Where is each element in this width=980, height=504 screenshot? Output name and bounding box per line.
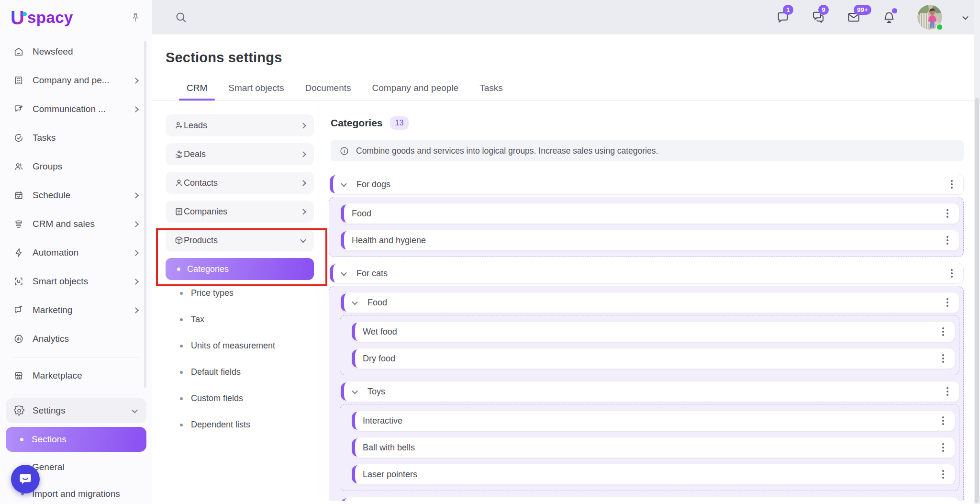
chevron-down-icon[interactable] [341, 180, 347, 187]
chevron-right-icon [133, 221, 139, 227]
kebab-menu-icon[interactable] [938, 441, 948, 454]
nav-button-products[interactable]: Products [166, 229, 314, 251]
pin-icon[interactable] [130, 12, 141, 23]
sidebar-scrollbar[interactable] [144, 41, 146, 388]
kebab-menu-icon[interactable] [943, 234, 952, 246]
kebab-menu-icon[interactable] [943, 385, 952, 398]
kebab-menu-icon[interactable] [943, 207, 952, 220]
chevron-right-icon [300, 123, 306, 129]
user-avatar[interactable] [917, 5, 942, 30]
category-row-dry-food[interactable]: Dry food [353, 348, 955, 369]
nav-button-label: Companies [184, 207, 227, 217]
nav-item-tax[interactable]: Tax [166, 306, 314, 333]
kebab-menu-icon[interactable] [938, 468, 948, 481]
category-row-food[interactable]: Food [342, 203, 959, 224]
mail-button[interactable]: 99+ [846, 10, 861, 24]
nav-button-label: Contacts [184, 178, 218, 188]
sidebar-item-analytics[interactable]: Analytics [0, 325, 152, 353]
nav-button-label: Leads [184, 121, 207, 131]
search-icon[interactable] [174, 11, 188, 24]
bullet-icon [177, 268, 180, 271]
kebab-menu-icon[interactable] [947, 178, 957, 190]
chevron-down-icon[interactable] [341, 269, 347, 276]
nav-button-leads[interactable]: Leads [166, 114, 314, 136]
sidebar-item-crm-and-sales[interactable]: CRM and sales [0, 210, 152, 238]
category-row-wet-food[interactable]: Wet food [353, 321, 955, 342]
sidebar-item-smart-objects[interactable]: Smart objects [0, 267, 152, 296]
kebab-menu-icon[interactable] [943, 296, 952, 309]
kebab-menu-icon[interactable] [938, 414, 948, 427]
sidebar-item-label: Marketing [33, 305, 72, 315]
panel-heading: Categories [331, 117, 383, 129]
nav-item-label: Units of measurement [191, 341, 275, 351]
sidebar-item-communication[interactable]: Communication ... [0, 95, 152, 123]
chevron-right-icon [300, 180, 306, 186]
kebab-menu-icon[interactable] [938, 352, 948, 365]
tab-documents[interactable]: Documents [305, 83, 351, 101]
nav-item-label: Tax [191, 314, 204, 325]
category-row-interactive[interactable]: Interactive [353, 410, 955, 431]
category-row-hygiene[interactable]: Hygiene [342, 497, 959, 501]
categories-panel: Categories 13 Combine goods and services… [319, 101, 980, 501]
scrollbar-thumb[interactable] [975, 98, 979, 503]
tab-company-and-people[interactable]: Company and people [372, 83, 459, 101]
cube-icon [174, 235, 184, 245]
drag-accent [341, 382, 347, 401]
nav-button-contacts[interactable]: Contacts [166, 172, 314, 194]
nav-item-price-types[interactable]: Price types [166, 280, 314, 306]
info-text: Combine goods and services into logical … [356, 146, 658, 156]
notifications-button[interactable] [882, 10, 896, 24]
main-sidebar: U spacy Newsfeed Company and pe... Commu… [0, 0, 152, 504]
nav-item-categories-active[interactable]: Categories [166, 258, 314, 280]
building-icon [13, 75, 24, 86]
chat-notifications-button[interactable]: 1 [776, 10, 790, 24]
sidebar-item-sections[interactable]: Sections [6, 427, 146, 452]
category-row-toys[interactable]: Toys [342, 381, 959, 402]
tab-crm[interactable]: CRM [187, 83, 207, 101]
sidebar-item-newsfeed[interactable]: Newsfeed [0, 37, 152, 66]
drag-accent [330, 175, 336, 193]
sidebar-item-company-and-people[interactable]: Company and pe... [0, 66, 152, 95]
sidebar-item-marketing[interactable]: Marketing [0, 296, 152, 325]
category-row-ball-with-bells[interactable]: Ball with bells [353, 437, 955, 458]
category-row-for-cats[interactable]: For cats [331, 263, 964, 284]
tab-smart-objects[interactable]: Smart objects [228, 83, 284, 101]
nav-item-units-of-measurement[interactable]: Units of measurement [166, 333, 314, 359]
kebab-menu-icon[interactable] [947, 267, 957, 280]
sidebar-item-schedule[interactable]: Schedule [0, 181, 152, 210]
category-row-food-cats[interactable]: Food [342, 292, 959, 313]
category-row-laser-pointers[interactable]: Laser pointers [353, 464, 955, 485]
category-row-health-and-hygiene[interactable]: Health and hygiene [342, 230, 959, 251]
sidebar-nav: Newsfeed Company and pe... Communication… [0, 37, 152, 504]
chevron-down-icon[interactable] [352, 388, 358, 394]
page-scrollbar[interactable] [974, 0, 980, 504]
sidebar-item-label: Groups [33, 161, 62, 172]
group-chat-button[interactable]: 9 [811, 10, 825, 24]
logo-dot [22, 12, 27, 16]
uspacy-logo[interactable]: U spacy [11, 7, 73, 28]
category-row-for-dogs[interactable]: For dogs [331, 174, 964, 195]
tab-tasks[interactable]: Tasks [479, 83, 503, 101]
sidebar-item-groups[interactable]: Groups [0, 152, 152, 181]
sidebar-item-automation[interactable]: Automation [0, 238, 152, 267]
nav-button-companies[interactable]: Companies [166, 201, 314, 223]
nav-button-deals[interactable]: Deals [166, 143, 314, 165]
sidebar-item-tasks[interactable]: Tasks [0, 123, 152, 152]
support-chat-launcher[interactable] [11, 465, 40, 493]
chevron-right-icon [133, 106, 139, 112]
count-badge: 13 [390, 116, 409, 130]
profile-chevron-down-icon[interactable] [962, 13, 969, 20]
chevron-down-icon[interactable] [352, 299, 358, 305]
calendar-check-icon [13, 190, 24, 201]
sidebar-item-settings[interactable]: Settings [6, 398, 146, 423]
chat-pen-icon [13, 104, 24, 114]
chart-circle-icon [13, 334, 24, 344]
kebab-menu-icon[interactable] [938, 325, 948, 338]
sidebar-item-marketplace[interactable]: Marketplace [0, 361, 152, 390]
nav-item-dependent-lists[interactable]: Dependent lists [166, 412, 314, 438]
nav-item-default-fields[interactable]: Default fields [166, 359, 314, 385]
nav-item-custom-fields[interactable]: Custom fields [166, 385, 314, 412]
drag-accent [352, 412, 358, 430]
sidebar-item-label: Sections [32, 434, 67, 445]
nav-item-label: Default fields [191, 367, 241, 377]
